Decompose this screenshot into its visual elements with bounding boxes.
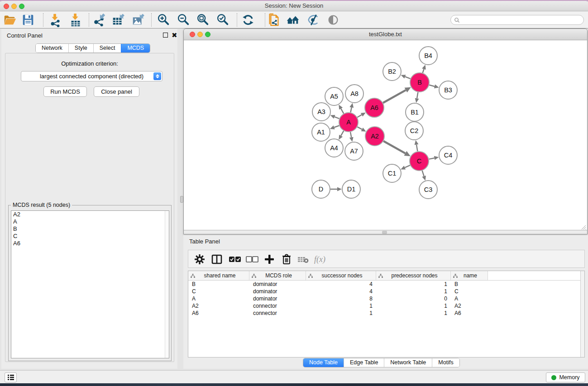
graph-edge-C-C3[interactable] [422,171,424,176]
memory-button[interactable]: Memory [546,372,585,382]
table-tabbar: Node TableEdge TableNetwork TableMotifs [303,358,460,367]
graph-edge-A-A7[interactable] [350,132,351,138]
graph-edge-C-C2[interactable] [416,145,417,152]
import-table-icon[interactable] [68,13,83,27]
delete-icon[interactable] [281,253,292,266]
export-table-icon[interactable] [110,13,126,27]
column-header-predecessor-nodes[interactable]: predecessor nodes [376,271,451,280]
run-mcds-button[interactable]: Run MCDS [43,86,87,97]
graph-edge-A-A3[interactable] [335,117,339,119]
network-vscroll-thumb[interactable] [180,196,183,203]
table-row[interactable]: Adominator80A [188,295,584,302]
tab-style[interactable]: Style [68,44,93,52]
table-row[interactable]: A2connector11A2 [188,302,584,310]
tab-mcds[interactable]: MCDS [121,44,150,52]
graph-node-label: A8 [350,90,359,97]
criterion-select[interactable]: largest connected component (directed) [21,71,163,81]
add-icon[interactable] [263,253,275,266]
graph-node-label: B2 [388,68,396,75]
tab-motifs[interactable]: Motifs [432,358,459,367]
toolbar-separator [265,13,265,27]
graph-edge-A-A8[interactable] [350,107,351,112]
export-network-icon[interactable] [91,13,107,27]
graph-edge-B-B1[interactable] [417,92,418,99]
zoom-fit-icon[interactable] [195,13,210,27]
window-title: Session: New Session [0,1,588,11]
task-history-button[interactable] [5,372,17,382]
table-cell: B [188,281,249,288]
graph-edge-A2-C[interactable] [383,141,405,153]
graph-edge-A6-B[interactable] [383,90,406,103]
table-scrollbar[interactable] [580,271,584,357]
select-all-icon[interactable] [228,253,242,266]
zoom-selected-icon[interactable] [215,13,230,27]
float-panel-icon[interactable] [163,33,168,38]
mcds-result-item[interactable]: B [11,225,169,233]
gear-icon[interactable] [194,253,206,266]
minimize-window-button[interactable] [11,4,17,9]
table-header-row: shared nameMCDS rolesuccessor nodesprede… [188,271,584,281]
new-network-from-selection-icon[interactable] [266,13,282,27]
tab-network[interactable]: Network [36,44,68,52]
graph-edge-A-A1[interactable] [334,125,339,127]
column-header-MCDS-role[interactable]: MCDS role [249,271,306,280]
edge-arrowhead [337,187,342,191]
close-window-button[interactable] [4,4,9,9]
column-header-name[interactable]: name [451,271,488,280]
network-close-button[interactable] [190,32,195,37]
import-network-icon[interactable] [48,13,63,27]
zoom-in-icon[interactable] [156,13,171,27]
table-row[interactable]: Cdominator41C [188,288,584,295]
graph-edge-B-B4[interactable] [423,69,424,73]
network-canvas[interactable]: B4B2BB3A8A5A6A3B1AC2A1A2A4A7C4CC1C3DD1 [184,40,587,230]
tab-edge-table[interactable]: Edge Table [344,358,384,367]
open-file-icon[interactable] [2,13,18,27]
resize-grip-icon[interactable] [581,224,586,230]
network-hscrollbar[interactable] [184,230,587,234]
zoom-out-icon[interactable] [176,13,191,27]
graph-edge-B-B3[interactable] [429,85,435,86]
network-graph[interactable]: B4B2BB3A8A5A6A3B1AC2A1A2A4A7C4CC1C3DD1 [184,40,587,230]
search-input[interactable] [462,17,583,23]
column-header-successor-nodes[interactable]: successor nodes [306,271,376,280]
search-box[interactable] [450,15,584,25]
graph-node-label: B [417,79,422,86]
mcds-result-item[interactable]: A [11,218,169,225]
table-row[interactable]: Bdominator41B [188,281,584,288]
graph-edge-A-A2[interactable] [357,127,362,129]
search-icon [454,17,460,23]
columns-icon[interactable] [211,253,223,266]
tab-select[interactable]: Select [93,44,121,52]
network-maximize-button[interactable] [205,32,210,37]
close-panel-button[interactable]: Close panel [94,86,139,97]
network-hscroll-thumb[interactable] [382,231,387,234]
network-minimize-button[interactable] [197,32,203,37]
mcds-result-item[interactable]: A6 [11,240,169,247]
delete-table-icon[interactable] [297,253,310,266]
export-image-icon[interactable] [130,13,146,27]
graph-edge-B-B2[interactable] [405,76,411,79]
graph-edge-A-A5[interactable] [341,109,344,114]
tab-network-table[interactable]: Network Table [384,358,432,367]
graph-edge-A-A4[interactable] [341,131,344,136]
refresh-icon[interactable] [240,13,256,27]
maximize-window-button[interactable] [19,4,24,9]
mcds-result-item[interactable]: A2 [11,211,169,218]
table-row[interactable]: A6connector11A6 [188,310,584,317]
graph-edge-C-C1[interactable] [405,165,410,167]
mcds-result-list[interactable]: A2ABCA6 [11,210,169,358]
save-session-icon[interactable] [20,13,36,27]
column-header-shared-name[interactable]: shared name [188,271,249,280]
show-all-networks-icon[interactable] [285,13,301,27]
close-panel-icon[interactable]: ✖ [172,33,177,38]
deselect-all-icon[interactable] [245,253,259,266]
column-type-icon [308,274,313,278]
eye-icon[interactable] [325,13,341,27]
hide-graphics-details-icon[interactable] [305,13,320,27]
network-window-titlebar[interactable]: testGlobe.txt [184,29,587,40]
tab-node-table[interactable]: Node Table [303,358,344,367]
graph-edge-A-A6[interactable] [357,115,362,118]
graph-edge-C-C4[interactable] [429,158,435,159]
list-scrollbar[interactable] [165,211,169,358]
mcds-result-item[interactable]: C [11,233,169,240]
